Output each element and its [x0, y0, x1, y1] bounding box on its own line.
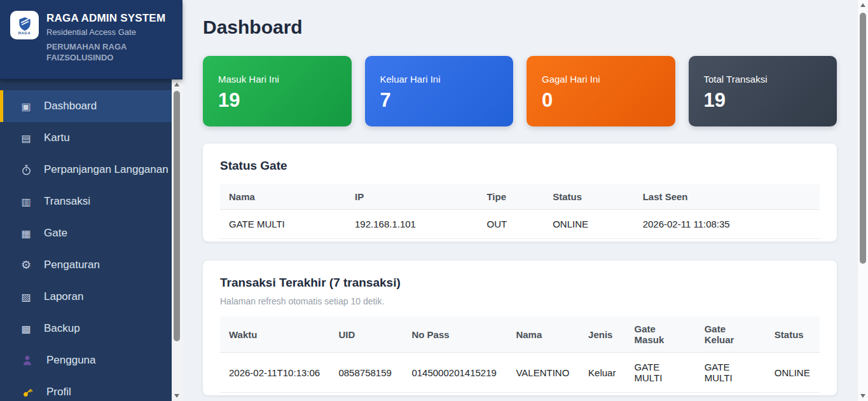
app-logo: RAGA — [10, 11, 39, 39]
sidebar-header: RAGA RAGA ADMIN SYSTEM Residential Acces… — [0, 0, 183, 79]
column-header-ip: IP — [346, 184, 478, 210]
stat-value: 19 — [218, 89, 336, 112]
table-cell: ONLINE — [766, 353, 820, 393]
sidebar-item-label: Perpanjangan Langganan — [44, 163, 169, 176]
sidebar-item-label: Pengguna — [46, 354, 96, 367]
column-header-jenis: Jenis — [579, 316, 625, 353]
gear-icon: ⚙ — [19, 258, 33, 272]
page-title: Dashboard — [203, 17, 837, 38]
column-header-status: Status — [544, 184, 633, 210]
sidebar-item-kartu[interactable]: ▤Kartu — [0, 122, 172, 154]
transactions-icon: ▥ — [19, 196, 33, 208]
sidebar-item-laporan[interactable]: ▨Laporan — [0, 281, 172, 313]
table-cell: GATE MULTI — [220, 210, 346, 239]
shield-logo-icon — [17, 16, 33, 32]
sidebar-item-label: Pengaturan — [44, 259, 100, 271]
sidebar-item-dashboard[interactable]: ▣Dashboard — [0, 90, 172, 122]
stat-value: 19 — [704, 89, 822, 112]
sidebar-scroll-down-arrow[interactable] — [174, 394, 179, 398]
stat-label: Gagal Hari Ini — [542, 74, 660, 85]
table-row: 2026-02-11T10:13:06085875815901450002014… — [220, 353, 820, 393]
main-content: Dashboard Masuk Hari Ini19Keluar Hari In… — [183, 0, 857, 401]
sidebar-menu: ▣Dashboard▤KartuPerpanjangan Langganan▥T… — [0, 79, 172, 401]
stopwatch-icon — [19, 165, 33, 175]
table-cell: 2026-02-11 11:08:35 — [634, 210, 820, 239]
status-gate-table: NamaIPTipeStatusLast SeenGATE MULTI192.1… — [220, 184, 820, 239]
column-header-gate-keluar: Gate Keluar — [696, 316, 766, 353]
table-header-row: NamaIPTipeStatusLast Seen — [220, 184, 820, 210]
stat-label: Total Transaksi — [704, 74, 822, 85]
sidebar-item-label: Kartu — [44, 132, 70, 144]
card-icon: ▤ — [19, 132, 33, 144]
stat-card-keluar-hari-ini: Keluar Hari Ini7 — [365, 56, 514, 126]
dashboard-icon: ▣ — [19, 100, 33, 112]
main-scroll-up-arrow[interactable] — [860, 3, 865, 7]
sidebar-item-pengguna[interactable]: Pengguna — [0, 344, 172, 376]
status-gate-panel: Status Gate NamaIPTipeStatusLast SeenGAT… — [203, 144, 837, 241]
gate-grid-icon: ▦ — [19, 228, 33, 240]
table-cell: 2026-02-11T10:13:06 — [220, 353, 329, 393]
table-cell: Keluar — [579, 353, 625, 393]
table-cell: 0145000201415219 — [403, 353, 507, 393]
sidebar-item-profil[interactable]: Profil — [0, 376, 172, 401]
stats-row: Masuk Hari Ini19Keluar Hari Ini7Gagal Ha… — [203, 56, 837, 126]
column-header-tipe: Tipe — [478, 184, 544, 210]
app-title: RAGA ADMIN SYSTEM — [46, 12, 165, 25]
column-header-uid: UID — [329, 316, 403, 353]
stat-value: 7 — [380, 89, 499, 112]
sidebar-item-label: Laporan — [44, 290, 83, 303]
column-header-waktu: Waktu — [220, 316, 329, 353]
transactions-panel: Transaksi Terakhir (7 transaksi) Halaman… — [203, 261, 837, 395]
logo-text: RAGA — [18, 31, 31, 35]
main-scroll-down-arrow[interactable] — [860, 394, 865, 398]
auto-refresh-note: Halaman refresh otomatis setiap 10 detik… — [220, 296, 820, 306]
column-header-status: Status — [766, 316, 820, 353]
sidebar-item-label: Gate — [44, 227, 67, 240]
column-header-nama: Nama — [507, 316, 579, 353]
transactions-table: WaktuUIDNo PassNamaJenisGate MasukGate K… — [220, 316, 820, 393]
sidebar-item-pengaturan[interactable]: ⚙Pengaturan — [0, 249, 172, 281]
table-row: GATE MULTI192.168.1.101OUTONLINE2026-02-… — [220, 210, 820, 239]
sidebar-scrollbar[interactable] — [172, 79, 183, 401]
sidebar-item-label: Profil — [46, 386, 71, 398]
main-scroll-thumb[interactable] — [860, 13, 866, 264]
column-header-last-seen: Last Seen — [634, 184, 820, 210]
column-header-nama: Nama — [220, 184, 346, 210]
report-icon: ▨ — [19, 291, 33, 303]
sidebar-item-label: Dashboard — [44, 100, 97, 112]
sidebar-item-perpanjangan-langganan[interactable]: Perpanjangan Langganan — [0, 154, 172, 186]
stat-card-masuk-hari-ini: Masuk Hari Ini19 — [203, 56, 352, 126]
table-cell: OUT — [478, 210, 544, 239]
table-cell: GATE MULTI — [626, 353, 696, 393]
sidebar-scroll-up-arrow[interactable] — [174, 83, 179, 86]
app-subtitle: Residential Access Gate — [46, 27, 165, 37]
table-cell: VALENTINO — [507, 353, 579, 393]
stat-card-total-transaksi: Total Transaksi19 — [689, 56, 837, 126]
sidebar-scroll-thumb[interactable] — [174, 91, 180, 341]
main-scrollbar[interactable] — [857, 0, 868, 401]
stat-label: Keluar Hari Ini — [380, 74, 499, 85]
sidebar-item-gate[interactable]: ▦Gate — [0, 217, 172, 249]
key-icon — [19, 386, 36, 398]
table-cell: 192.168.1.101 — [346, 210, 478, 239]
sidebar-item-label: Transaksi — [44, 195, 90, 208]
backup-icon: ▩ — [19, 323, 33, 335]
table-header-row: WaktuUIDNo PassNamaJenisGate MasukGate K… — [220, 316, 820, 353]
stat-card-gagal-hari-ini: Gagal Hari Ini0 — [527, 56, 675, 126]
stat-label: Masuk Hari Ini — [218, 74, 336, 85]
sidebar-item-transaksi[interactable]: ▥Transaksi — [0, 186, 172, 217]
table-cell: ONLINE — [544, 210, 633, 239]
transactions-title: Transaksi Terakhir (7 transaksi) — [220, 276, 820, 290]
column-header-no-pass: No Pass — [403, 316, 507, 353]
table-cell: 0858758159 — [329, 353, 403, 393]
sidebar: RAGA RAGA ADMIN SYSTEM Residential Acces… — [0, 0, 183, 401]
column-header-gate-masuk: Gate Masuk — [626, 316, 696, 353]
user-icon — [19, 355, 36, 366]
sidebar-item-backup[interactable]: ▩Backup — [0, 313, 172, 344]
status-gate-title: Status Gate — [220, 159, 820, 173]
stat-value: 0 — [542, 89, 660, 112]
sidebar-item-label: Backup — [44, 322, 80, 335]
table-cell: GATE MULTI — [696, 353, 766, 393]
app-organization: PERUMAHAN RAGA FAIZSOLUSINDO — [46, 42, 155, 64]
